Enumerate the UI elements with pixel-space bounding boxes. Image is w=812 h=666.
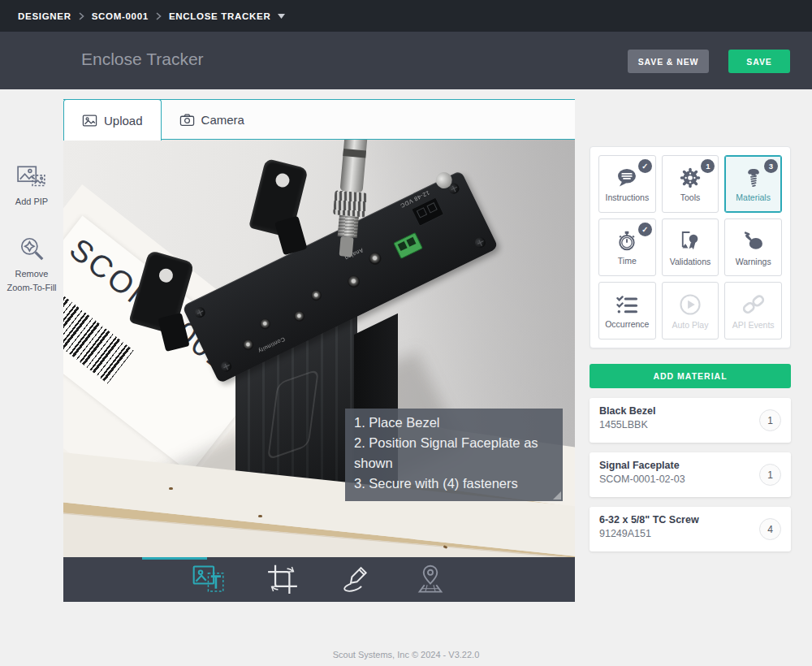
save-button[interactable]: SAVE: [728, 50, 790, 73]
material-qty-badge: 1: [759, 409, 781, 431]
left-tool-rail: Add PIP Remove Zoom-To-Fill: [0, 140, 63, 295]
page-title: Enclose Tracker: [81, 50, 204, 69]
crop-rotate-button[interactable]: [267, 564, 298, 596]
tile-validations[interactable]: Validations: [662, 218, 719, 276]
active-tool-indicator: [142, 557, 207, 560]
tile-api-events: API Events: [724, 282, 782, 339]
material-card[interactable]: Signal Faceplate SCOM-0001-02-03 1: [590, 452, 791, 497]
tab-strip: Upload Camera: [63, 99, 575, 140]
photo-canvas[interactable]: SCOM-0001 SCOM-0001 Continuity Analog 12…: [63, 140, 575, 557]
material-card[interactable]: 6-32 x 5/8" TC Screw 91249A151 4: [590, 507, 791, 551]
add-material-button[interactable]: ADD MATERIAL: [590, 364, 791, 388]
tile-tools[interactable]: 1 Tools: [662, 155, 719, 213]
tools-icon: [679, 166, 702, 189]
tile-time[interactable]: ✓ Time: [598, 218, 656, 276]
remove-zoom-to-fill-button[interactable]: Remove Zoom-To-Fill: [0, 235, 63, 295]
breadcrumb-step[interactable]: ENCLOSE TRACKER: [169, 11, 271, 21]
material-name: 6-32 x 5/8" TC Screw: [599, 514, 781, 525]
tab-upload[interactable]: Upload: [63, 99, 162, 141]
material-name: Black Bezel: [599, 405, 781, 417]
add-pip-icon: [16, 164, 47, 192]
api-events-icon: [741, 292, 766, 317]
annotate-image-button[interactable]: [192, 564, 225, 596]
draw-button[interactable]: [340, 564, 373, 596]
remove-zoom-label-1: Remove: [0, 267, 63, 281]
camera-icon: [179, 113, 195, 127]
tile-validations-label: Validations: [670, 257, 711, 266]
zoom-to-fill-icon: [17, 235, 46, 264]
tile-occurrence[interactable]: Occurrence: [598, 282, 656, 339]
location-pin-icon: [415, 564, 446, 595]
feature-grid: ✓ Instructions 1 Tools: [590, 146, 791, 348]
location-pin-button[interactable]: [415, 564, 446, 596]
save-and-new-button[interactable]: SAVE & NEW: [628, 50, 709, 73]
chevron-down-icon[interactable]: [278, 14, 285, 19]
tab-upload-label: Upload: [104, 114, 143, 128]
material-name: Signal Faceplate: [599, 460, 781, 471]
auto-play-icon: [678, 292, 702, 317]
time-icon: [615, 230, 638, 253]
materials-count-badge: 3: [764, 159, 778, 173]
tile-api-events-label: API Events: [732, 320, 775, 330]
chevron-right-icon: [79, 12, 84, 20]
material-qty-badge: 4: [759, 518, 781, 540]
device-label-continuity: Continuity: [257, 336, 287, 354]
annotate-image-icon: [192, 564, 225, 594]
tile-instructions-label: Instructions: [605, 192, 649, 202]
designer-app: DESIGNER SCOM-0001 ENCLOSE TRACKER Enclo…: [0, 0, 812, 666]
resize-handle[interactable]: [553, 491, 561, 500]
tile-materials[interactable]: 3 Materials: [724, 155, 782, 213]
tile-tools-label: Tools: [680, 192, 701, 202]
top-bar: DESIGNER SCOM-0001 ENCLOSE TRACKER: [0, 0, 812, 32]
tab-camera[interactable]: Camera: [162, 100, 262, 139]
image-icon: [82, 114, 97, 128]
tab-camera-label: Camera: [201, 113, 244, 127]
validations-icon: [678, 229, 702, 253]
add-pip-label: Add PIP: [0, 195, 63, 209]
breadcrumb-part[interactable]: SCOM-0001: [92, 11, 149, 21]
material-part-number: 91249A151: [599, 528, 781, 539]
material-qty-badge: 1: [759, 464, 781, 486]
image-edit-toolbar: [63, 557, 575, 602]
material-card[interactable]: Black Bezel 1455LBBK 1: [590, 398, 791, 443]
tile-auto-play: Auto Play: [662, 282, 719, 339]
tools-count-badge: 1: [701, 159, 715, 173]
page-header: Enclose Tracker SAVE & NEW SAVE: [0, 32, 812, 89]
materials-icon: [742, 166, 765, 189]
draw-icon: [340, 564, 373, 594]
overlay-line-3: 3. Secure with (4) fasteners: [354, 474, 554, 494]
warnings-icon: [741, 229, 766, 253]
tile-instructions[interactable]: ✓ Instructions: [598, 155, 656, 213]
tile-time-label: Time: [618, 256, 637, 266]
tile-warnings-label: Warnings: [736, 257, 771, 266]
tile-auto-play-label: Auto Play: [672, 320, 709, 330]
tile-warnings[interactable]: Warnings: [724, 218, 782, 276]
instructions-icon: [615, 166, 639, 189]
tile-materials-label: Materials: [736, 192, 771, 202]
remove-zoom-label-2: Zoom-To-Fill: [0, 281, 63, 295]
occurrence-icon: [615, 293, 639, 316]
terminal-block: [393, 232, 423, 259]
breadcrumb-designer[interactable]: DESIGNER: [18, 11, 71, 21]
crop-rotate-icon: [267, 564, 298, 595]
chevron-right-icon: [156, 12, 162, 20]
overlay-line-2: 2. Position Signal Faceplate as shown: [354, 433, 554, 474]
material-part-number: 1455LBBK: [599, 419, 781, 430]
instruction-overlay[interactable]: 1. Place Bezel 2. Position Signal Facepl…: [345, 409, 563, 501]
material-part-number: SCOM-0001-02-03: [599, 474, 781, 485]
instructions-check-badge: ✓: [638, 159, 652, 173]
footer-text: Scout Systems, Inc © 2024 - V3.22.0: [0, 650, 812, 660]
time-check-badge: ✓: [638, 223, 652, 236]
add-pip-button[interactable]: Add PIP: [0, 164, 63, 209]
overlay-line-1: 1. Place Bezel: [354, 413, 554, 433]
tile-occurrence-label: Occurrence: [605, 319, 649, 329]
